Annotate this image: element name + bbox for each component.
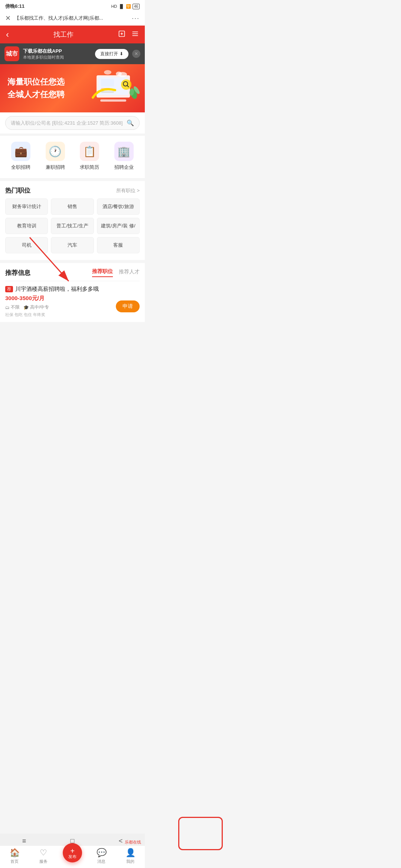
signal-icon: ▐▌: [118, 4, 124, 9]
fulltime-label: 全职招聘: [11, 164, 30, 171]
hero-graphic: [85, 68, 141, 109]
back-button[interactable]: ‹: [6, 29, 9, 40]
job-tag[interactable]: 财务审计统计: [5, 198, 48, 215]
search-icon[interactable]: 🔍: [127, 119, 134, 126]
job-tag[interactable]: 教育培训: [5, 218, 48, 234]
status-bar: 傍晚6:11 HD ▐▌ 🛜 46: [0, 0, 145, 11]
svg-point-17: [116, 72, 122, 76]
hot-jobs-more[interactable]: 所有职位 >: [116, 187, 140, 194]
job-tag[interactable]: 司机: [5, 237, 48, 253]
exp-icon: 🗂: [5, 305, 10, 310]
recommend-section: 推荐信息 推荐职位 推荐人才 荐 川宇酒楼高薪招聘啦，福利多多哦 3000-35…: [0, 263, 145, 322]
tab-recommend-talent[interactable]: 推荐人才: [119, 269, 140, 277]
search-box[interactable]: 请输入职位/公司名 [职位:4231 企业:1527 简历:3608] 🔍: [5, 116, 140, 130]
app-icon: 城市: [4, 46, 19, 61]
edit-button[interactable]: [118, 30, 125, 39]
banner-close-button[interactable]: ✕: [132, 50, 140, 58]
hero-banner: 海量职位任您选 全城人才任您聘: [0, 64, 145, 112]
job-card-detail-row: 3000-3500元/月 🗂 不限 🎓 高中/中专 社保 包吃 包住 年终奖 申…: [5, 295, 140, 318]
job-meta: 🗂 不限 🎓 高中/中专: [5, 304, 49, 310]
battery-indicator: 46: [133, 4, 140, 9]
category-company[interactable]: 🏢 招聘企业: [114, 142, 134, 171]
job-tag[interactable]: 销售: [51, 198, 94, 215]
download-icon: ⬇: [120, 51, 123, 56]
job-benefits: 社保 包吃 包住 年终奖: [5, 312, 49, 318]
search-container: 请输入职位/公司名 [职位:4231 企业:1527 简历:3608] 🔍: [0, 112, 145, 134]
company-icon: 🏢: [114, 142, 134, 161]
recommend-tabs: 推荐职位 推荐人才: [92, 268, 140, 277]
page-title: 找工作: [53, 30, 74, 39]
wifi-icon: 🛜: [126, 4, 131, 9]
app-download-banner: 城市 下载乐都在线APP 本地更多职位随时查阅 直接打开 ⬇ ✕: [0, 43, 145, 64]
status-icons: HD ▐▌ 🛜 46: [111, 4, 140, 9]
job-tag[interactable]: 建筑/房产/装 修/: [97, 218, 140, 234]
tab-recommend-jobs[interactable]: 推荐职位: [92, 268, 113, 277]
app-info: 下载乐都在线APP 本地更多职位随时查阅: [23, 48, 91, 60]
app-desc: 本地更多职位随时查阅: [23, 55, 91, 60]
hero-text: 海量职位任您选 全城人才任您聘: [7, 76, 65, 100]
fulltime-icon: 💼: [11, 142, 30, 161]
resume-icon: 📋: [80, 142, 99, 161]
job-tags-grid: 财务审计统计 销售 酒店/餐饮/旅游 教育培训 普工/技工/生产 建筑/房产/装…: [5, 198, 140, 259]
svg-point-10: [121, 79, 131, 90]
recommend-title: 推荐信息: [5, 269, 30, 277]
navbar: ‹ 找工作: [0, 26, 145, 43]
browser-bar: ✕ 【乐都找工作、找人才|乐都人才网|乐都... ···: [0, 11, 145, 26]
nav-right: [118, 30, 139, 39]
hot-jobs-title: 热门职位: [5, 186, 30, 195]
status-time: 傍晚6:11: [5, 3, 25, 10]
category-resume[interactable]: 📋 求职简历: [80, 142, 99, 171]
hot-jobs-header: 热门职位 所有职位 >: [5, 186, 140, 195]
hd-icon: HD: [111, 4, 117, 9]
job-card-title-row: 荐 川宇酒楼高薪招聘啦，福利多多哦: [5, 286, 140, 293]
hot-jobs-section: 热门职位 所有职位 > 财务审计统计 销售 酒店/餐饮/旅游 教育培训 普工/技…: [0, 181, 145, 260]
job-card: 荐 川宇酒楼高薪招聘啦，福利多多哦 3000-3500元/月 🗂 不限 🎓 高中…: [5, 281, 140, 322]
job-exp: 🗂 不限: [5, 304, 20, 310]
svg-rect-6: [100, 99, 126, 102]
categories: 💼 全职招聘 🕐 兼职招聘 📋 求职简历 🏢 招聘企业: [0, 136, 145, 178]
job-salary: 3000-3500元/月: [5, 295, 49, 302]
job-tag[interactable]: 酒店/餐饮/旅游: [97, 198, 140, 215]
recommend-header: 推荐信息 推荐职位 推荐人才: [5, 268, 140, 277]
job-tag[interactable]: 普工/技工/生产: [51, 218, 94, 234]
app-name: 下载乐都在线APP: [23, 48, 91, 55]
category-parttime[interactable]: 🕐 兼职招聘: [46, 142, 65, 171]
apply-button[interactable]: 申请: [116, 300, 140, 312]
svg-point-18: [104, 70, 111, 75]
hero-line1: 海量职位任您选: [7, 76, 65, 88]
category-fulltime[interactable]: 💼 全职招聘: [11, 142, 30, 171]
parttime-icon: 🕐: [46, 142, 65, 161]
browser-more-button[interactable]: ···: [132, 14, 140, 22]
url-text: 【乐都找工作、找人才|乐都人才网|乐都...: [14, 15, 128, 22]
job-edu: 🎓 高中/中专: [23, 304, 49, 310]
nav-left: ‹: [6, 29, 9, 40]
company-label: 招聘企业: [114, 164, 134, 171]
parttime-label: 兼职招聘: [46, 164, 65, 171]
recommend-badge: 荐: [5, 286, 13, 292]
resume-label: 求职简历: [80, 164, 99, 171]
svg-rect-9: [101, 91, 114, 93]
search-placeholder: 请输入职位/公司名 [职位:4231 企业:1527 简历:3608]: [11, 120, 124, 126]
menu-button[interactable]: [131, 30, 139, 39]
job-tag[interactable]: 汽车: [51, 237, 94, 253]
edu-icon: 🎓: [23, 305, 29, 310]
browser-close-button[interactable]: ✕: [5, 14, 11, 22]
hero-line2: 全城人才任您聘: [7, 89, 65, 100]
svg-rect-7: [101, 79, 114, 86]
open-app-button[interactable]: 直接打开 ⬇: [95, 49, 128, 59]
job-tag[interactable]: 客服: [97, 237, 140, 253]
job-title: 川宇酒楼高薪招聘啦，福利多多哦: [15, 286, 99, 293]
